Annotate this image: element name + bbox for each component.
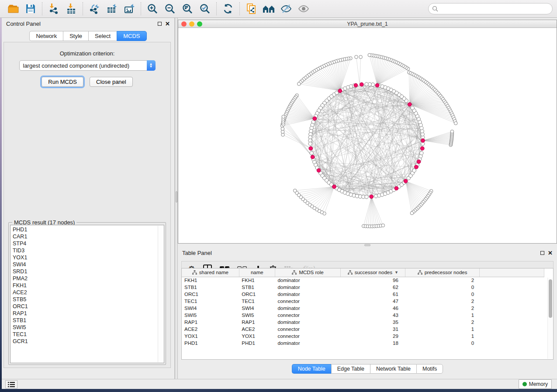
export-table-button[interactable] <box>103 1 121 16</box>
close-panel-button[interactable]: Close panel <box>90 77 133 87</box>
mcds-list-item[interactable]: SRD1 <box>10 268 164 275</box>
node-table-body: FKH1FKH1dominator962STB1STB1dominator620… <box>182 277 544 347</box>
close-table-panel-icon[interactable]: ✕ <box>548 251 553 255</box>
first-neighbors-button[interactable] <box>260 1 277 16</box>
open-session-button[interactable] <box>4 1 22 16</box>
table-row[interactable]: ORC1ORC1dominator610 <box>182 291 544 298</box>
horizontal-splitter[interactable] <box>178 244 557 247</box>
tab-network[interactable]: Network <box>29 31 63 41</box>
table-row[interactable]: YOX1YOX1connector291 <box>182 333 544 340</box>
toolbar-separator <box>141 2 141 15</box>
import-network-button[interactable] <box>45 1 62 16</box>
cell: 46 <box>341 305 405 312</box>
apply-layout-button[interactable] <box>219 1 237 16</box>
cell: connector <box>275 326 340 333</box>
column-header-shared-name[interactable]: shared name <box>182 268 239 277</box>
zoom-selected-button[interactable] <box>196 1 214 16</box>
mcds-list-item[interactable]: STB5 <box>10 296 164 303</box>
mcds-list-item[interactable]: TEC1 <box>10 331 164 338</box>
cell <box>479 298 544 305</box>
export-image-button[interactable] <box>121 1 138 16</box>
table-scrollbar-thumb[interactable] <box>549 279 552 318</box>
show-graphics-details-button[interactable] <box>295 1 312 16</box>
column-header-name[interactable]: name <box>239 268 275 277</box>
mcds-list-item[interactable]: STP4 <box>10 240 164 247</box>
tab-node-table[interactable]: Node Table <box>292 364 331 374</box>
table-row[interactable]: RAP1RAP1dominator352 <box>182 319 544 326</box>
cell: TEC1 <box>182 298 239 305</box>
column-header-MCDS-role[interactable]: MCDS role <box>275 268 340 277</box>
cell: ACE2 <box>239 326 275 333</box>
mcds-result-list[interactable]: PHD1CAR1STP4TID3YOX1SWI4SRD1PMA2FKH1ACE2… <box>10 225 164 363</box>
tab-network-table[interactable]: Network Table <box>370 364 416 374</box>
tab-motifs[interactable]: Motifs <box>416 364 443 374</box>
cell: connector <box>275 298 340 305</box>
mcds-list-item[interactable]: SWI4 <box>10 261 164 268</box>
mcds-list-item[interactable]: GCR1 <box>10 338 164 345</box>
table-row[interactable]: FKH1FKH1dominator962 <box>182 277 544 284</box>
optimization-criterion-label: Optimization criterion: <box>4 50 170 57</box>
network-view-window: YPA_prune.txt_1 <box>178 20 557 244</box>
close-panel-icon[interactable]: ✕ <box>165 22 170 26</box>
network-graph[interactable] <box>178 28 557 243</box>
float-table-panel-icon[interactable] <box>540 251 544 255</box>
task-history-button[interactable] <box>5 380 17 389</box>
float-panel-icon[interactable] <box>158 22 162 26</box>
export-table-icon <box>106 3 118 14</box>
tab-select[interactable]: Select <box>88 31 117 41</box>
table-row[interactable]: SWI4SWI4dominator462 <box>182 305 544 312</box>
mcds-list-item[interactable]: RAP1 <box>10 310 164 317</box>
zoom-fit-button[interactable] <box>179 1 196 16</box>
zoom-out-button[interactable] <box>161 1 179 16</box>
combo-stepper-icon: ▲▼ <box>147 60 156 71</box>
search-input[interactable] <box>428 3 553 14</box>
network-window-titlebar[interactable]: YPA_prune.txt_1 <box>178 20 557 28</box>
mcds-list-item[interactable]: TID3 <box>10 247 164 254</box>
import-network-icon <box>48 3 59 14</box>
mcds-list-item[interactable]: PMA2 <box>10 275 164 282</box>
cell: SWI4 <box>239 305 275 312</box>
vertical-splitter[interactable] <box>175 18 178 379</box>
tab-style[interactable]: Style <box>63 31 88 41</box>
vertical-splitter-grip[interactable] <box>176 191 177 203</box>
cell: 1 <box>405 312 479 319</box>
hide-graphics-details-button[interactable] <box>277 1 295 16</box>
mcds-list-item[interactable]: CAR1 <box>10 233 164 240</box>
table-row[interactable]: SWI5SWI5connector431 <box>182 312 544 319</box>
control-panel-titlebar: Control Panel ✕ <box>2 18 174 29</box>
tab-mcds[interactable]: MCDS <box>117 31 146 41</box>
save-session-button[interactable] <box>22 1 39 16</box>
table-scrollbar[interactable] <box>547 278 553 359</box>
run-mcds-button[interactable]: Run MCDS <box>42 77 83 87</box>
tab-edge-table[interactable]: Edge Table <box>331 364 370 374</box>
export-network-button[interactable] <box>86 1 103 16</box>
mcds-list-item[interactable]: SWI5 <box>10 324 164 331</box>
memory-status-icon <box>522 382 527 386</box>
table-row[interactable]: STB1STB1dominator620 <box>182 284 544 291</box>
optimization-criterion-select[interactable]: largest connected component (undirected)… <box>19 60 156 71</box>
import-table-button[interactable] <box>62 1 80 16</box>
table-tabs: Node TableEdge TableNetwork TableMotifs <box>178 364 557 374</box>
zoom-fit-icon <box>182 3 193 14</box>
status-bar: Memory <box>2 379 557 389</box>
column-header-predecessor-nodes[interactable]: predecessor nodes <box>405 268 479 277</box>
column-header-successor-nodes[interactable]: successor nodes▼ <box>341 268 405 277</box>
refresh-icon <box>222 3 234 14</box>
mcds-list-scrollbar[interactable] <box>158 226 163 362</box>
mcds-list-item[interactable]: STB1 <box>10 317 164 324</box>
table-row[interactable]: ACE2ACE2connector311 <box>182 326 544 333</box>
table-row[interactable]: PHD1PHD1dominator180 <box>182 340 544 347</box>
cell: 0 <box>405 340 479 347</box>
horizontal-splitter-grip[interactable] <box>364 244 370 246</box>
table-row[interactable]: TEC1TEC1connector472 <box>182 298 544 305</box>
mcds-list-item[interactable]: ACE2 <box>10 289 164 296</box>
mcds-list-item[interactable]: FKH1 <box>10 282 164 289</box>
new-network-from-selection-button[interactable] <box>242 1 260 16</box>
zoom-in-button[interactable] <box>144 1 161 16</box>
node-table: shared namenameMCDS rolesuccessor nodes▼… <box>182 268 544 347</box>
mcds-list-item[interactable]: YOX1 <box>10 254 164 261</box>
memory-button[interactable]: Memory <box>519 379 552 389</box>
mcds-list-item[interactable]: PHD1 <box>10 226 164 233</box>
node-table-header-row: shared namenameMCDS rolesuccessor nodes▼… <box>182 268 544 277</box>
mcds-list-item[interactable]: ORC1 <box>10 303 164 310</box>
